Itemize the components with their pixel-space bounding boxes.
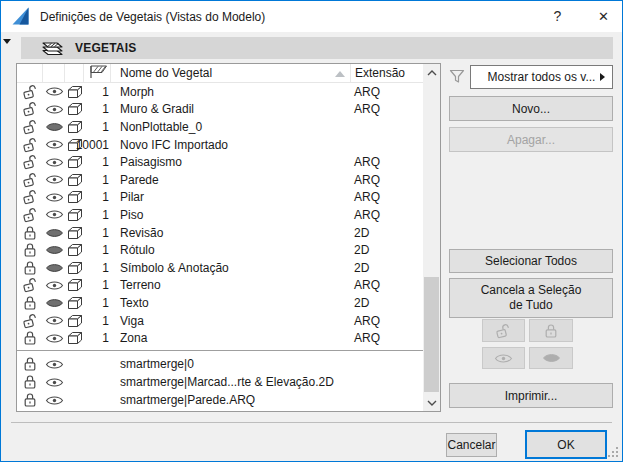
intersection-number[interactable]: 1 (84, 226, 111, 240)
select-all-button[interactable]: Selecionar Todos (449, 249, 613, 273)
layer-row[interactable]: 1 Piso ARQ (17, 206, 423, 224)
layer-name[interactable]: smartmerge|Parede.ARQ (111, 393, 350, 407)
solid-view-icon[interactable] (65, 190, 84, 204)
ok-button[interactable]: OK (525, 430, 607, 459)
layer-name[interactable]: Texto (111, 296, 350, 310)
layer-name[interactable]: smartmerge|Marcad...rte & Elevação.2D (111, 375, 350, 389)
layer-name[interactable]: Viga (111, 314, 350, 328)
lock-closed-icon[interactable] (17, 295, 43, 311)
scroll-up-button[interactable] (423, 64, 440, 81)
layer-row[interactable]: 10001 Novo IFC Importado (17, 136, 423, 154)
solid-view-icon[interactable] (65, 85, 84, 99)
layer-row[interactable]: 1 Revisão 2D (17, 224, 423, 242)
solid-view-icon[interactable] (65, 155, 84, 169)
lock-closed-icon[interactable] (17, 356, 43, 372)
collapse-triangle-icon[interactable] (3, 39, 11, 44)
eye-open-icon[interactable] (43, 86, 65, 97)
lock-closed-icon[interactable] (17, 225, 43, 241)
scrollbar[interactable] (423, 64, 440, 411)
lock-open-icon[interactable] (17, 207, 43, 223)
lock-open-icon[interactable] (17, 277, 43, 293)
solid-view-icon[interactable] (65, 331, 84, 345)
layer-name[interactable]: Muro & Gradil (111, 102, 350, 116)
intersection-number[interactable]: 1 (84, 278, 111, 292)
deselect-all-button[interactable]: Cancela a Seleção de Tudo (449, 278, 613, 318)
layer-row[interactable]: 1 Pilar ARQ (17, 189, 423, 207)
intersection-number[interactable]: 1 (84, 120, 111, 134)
cancel-button[interactable]: Cancelar (446, 433, 497, 457)
help-button[interactable]: ? (542, 1, 573, 31)
eye-closed-icon[interactable] (43, 228, 65, 238)
layer-name[interactable]: Novo IFC Importado (111, 138, 350, 152)
layer-row[interactable]: 1 Viga ARQ (17, 312, 423, 330)
solid-view-icon[interactable] (65, 314, 84, 328)
extension-column-header[interactable]: Extensão (350, 64, 423, 82)
eye-open-icon[interactable] (43, 192, 65, 203)
lock-closed-icon[interactable] (17, 330, 43, 346)
solid-view-icon[interactable] (65, 102, 84, 116)
solid-view-icon[interactable] (65, 278, 84, 292)
resize-grip[interactable] (608, 447, 619, 458)
layer-name[interactable]: Paisagismo (111, 155, 350, 169)
intersection-number[interactable]: 1 (84, 261, 111, 275)
eye-closed-icon[interactable] (43, 298, 65, 308)
eye-open-icon[interactable] (43, 395, 65, 406)
solid-view-icon[interactable] (65, 261, 84, 275)
lock-open-icon[interactable] (17, 313, 43, 329)
lock-open-icon[interactable] (17, 172, 43, 188)
intersection-number[interactable]: 1 (84, 102, 111, 116)
eye-open-icon[interactable] (43, 280, 65, 291)
intersection-number[interactable]: 1 (84, 155, 111, 169)
lock-closed-icon[interactable] (17, 392, 43, 408)
layer-name[interactable]: Pilar (111, 190, 350, 204)
solid-view-icon[interactable] (65, 173, 84, 187)
solid-view-icon[interactable] (65, 208, 84, 222)
eye-closed-icon[interactable] (43, 122, 65, 132)
eye-open-icon[interactable] (43, 315, 65, 326)
unlock-selected-button[interactable] (482, 319, 525, 342)
layer-name[interactable]: Morph (111, 85, 350, 99)
layer-name[interactable]: Símbolo & Anotação (111, 261, 350, 275)
solid-view-icon[interactable] (65, 120, 84, 134)
layer-name[interactable]: Piso (111, 208, 350, 222)
layer-name[interactable]: Terreno (111, 278, 350, 292)
layer-row[interactable]: 1 Texto 2D (17, 294, 423, 312)
eye-closed-icon[interactable] (43, 263, 65, 273)
lock-closed-icon[interactable] (17, 374, 43, 390)
lock-open-icon[interactable] (17, 137, 43, 153)
layer-name[interactable]: smartmerge|0 (111, 357, 350, 371)
lock-open-icon[interactable] (17, 154, 43, 170)
layer-row[interactable]: 1 NonPlottable_0 (17, 118, 423, 136)
eye-closed-icon[interactable] (43, 245, 65, 255)
intersection-number[interactable]: 1 (84, 208, 111, 222)
show-all-layers-button[interactable]: Mostrar todos os v... (470, 65, 613, 89)
scroll-down-button[interactable] (423, 394, 440, 411)
intersection-number[interactable]: 1 (84, 243, 111, 257)
eye-open-icon[interactable] (43, 174, 65, 185)
layer-row[interactable]: 1 Parede ARQ (17, 171, 423, 189)
lock-open-icon[interactable] (17, 101, 43, 117)
layer-row[interactable]: 1 Símbolo & Anotação 2D (17, 259, 423, 277)
solid-view-icon[interactable] (65, 226, 84, 240)
intersection-number[interactable]: 10001 (84, 138, 111, 152)
layer-row[interactable]: 1 Rótulo 2D (17, 241, 423, 259)
eye-column-header[interactable] (43, 64, 65, 82)
intersection-number[interactable]: 1 (84, 173, 111, 187)
intersection-number[interactable]: 1 (84, 190, 111, 204)
layer-row[interactable]: 1 Paisagismo ARQ (17, 153, 423, 171)
show-selected-button[interactable] (482, 347, 525, 369)
scrollbar-thumb[interactable] (424, 277, 439, 392)
layers-section-header[interactable]: VEGETAIS (21, 37, 613, 59)
print-button[interactable]: Imprimir... (449, 383, 613, 408)
lock-open-icon[interactable] (17, 119, 43, 135)
eye-open-icon[interactable] (43, 377, 65, 388)
eye-open-icon[interactable] (43, 104, 65, 115)
layer-row[interactable]: 1 Zona ARQ (17, 329, 423, 347)
hide-selected-button[interactable] (529, 347, 573, 369)
layer-name[interactable]: Revisão (111, 226, 350, 240)
eye-open-icon[interactable] (43, 333, 65, 344)
intersection-number[interactable]: 1 (84, 314, 111, 328)
new-layer-button[interactable]: Novo... (449, 96, 613, 121)
smartmerge-row[interactable]: smartmerge|Marcad...rte & Elevação.2D (17, 373, 423, 391)
layer-row[interactable]: 1 Muro & Gradil ARQ (17, 101, 423, 119)
